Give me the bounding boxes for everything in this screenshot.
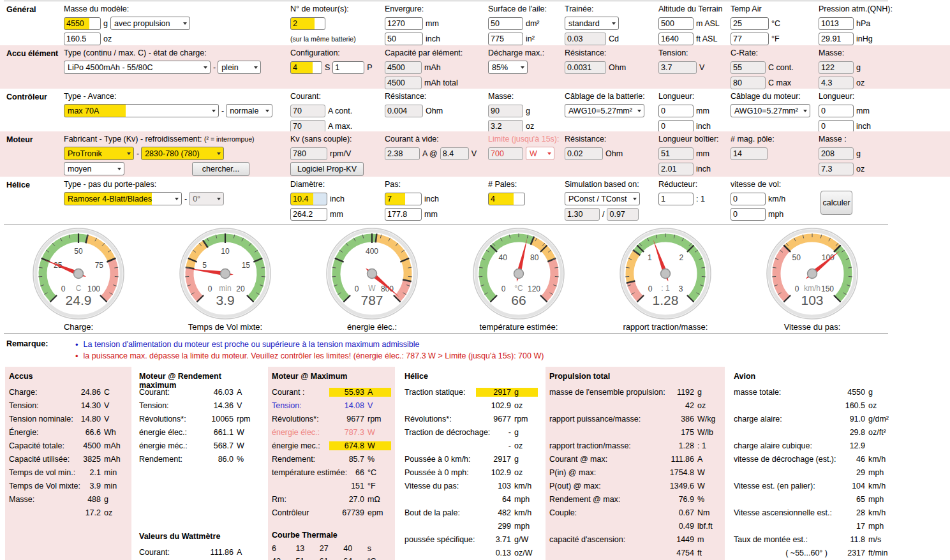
- result-label: Vitesse du pas:: [404, 482, 476, 490]
- gauge-dial: 4000800W787: [324, 226, 420, 321]
- result-unit: rpm: [234, 415, 260, 424]
- altitude-m-input[interactable]: [658, 17, 694, 30]
- diametre-mm-input[interactable]: [290, 208, 327, 221]
- field-label: Capacité par élément:: [385, 48, 463, 59]
- envergure-mm-input[interactable]: [385, 17, 423, 30]
- select-value: normale: [230, 107, 258, 115]
- vitesse-kmh-input[interactable]: [731, 193, 766, 205]
- trainee-select[interactable]: standard: [565, 17, 619, 30]
- svg-text:100: 100: [87, 284, 100, 293]
- cablage-moteur-select[interactable]: AWG10=5.27mm²: [731, 104, 810, 117]
- field-label: Temp Air: [731, 4, 783, 15]
- field-surface-aile: Surface de l'aile: dm² in²: [488, 4, 547, 45]
- moteur-type-select[interactable]: 2830-780 (780): [141, 147, 224, 160]
- result-label: Rendement:: [139, 455, 198, 464]
- diametre-inch-input[interactable]: [290, 193, 327, 205]
- accu-type-select[interactable]: LiPo 4500mAh - 55/80C: [64, 61, 211, 74]
- config-p-input[interactable]: [332, 61, 364, 74]
- chercher-button[interactable]: chercher...: [192, 162, 249, 176]
- result-unit: rpm: [511, 415, 538, 424]
- ctrl-resistance-input: [385, 105, 423, 117]
- fabricant-select[interactable]: ProTronik: [64, 147, 134, 160]
- results-title: Valeurs du Wattmètre: [139, 532, 260, 545]
- row-head-moteur: Moteur: [6, 135, 33, 144]
- longueur-bat-mm-input[interactable]: [658, 105, 694, 117]
- result-value: 3825: [66, 455, 101, 464]
- simulation-select[interactable]: PConst / TConst: [565, 192, 640, 205]
- dash-label: -: [213, 63, 216, 72]
- result-value: 111.86: [659, 455, 694, 464]
- surface-in2-input[interactable]: [488, 33, 523, 45]
- unit-label: C max: [768, 78, 791, 87]
- capacite-totale-input: [385, 77, 422, 89]
- pales-input[interactable]: [488, 193, 525, 205]
- field-longueur-moteur: Longueur: mm inch: [819, 92, 873, 133]
- separator: [4, 333, 888, 334]
- unit-label: inch: [696, 122, 711, 131]
- longueur-mot-mm-input[interactable]: [819, 105, 854, 117]
- separator: [4, 224, 888, 225]
- result-row: 0.13oz/W: [404, 546, 538, 559]
- field-label: vitesse de vol:: [731, 180, 788, 190]
- thermal-curve-cell: °C: [367, 557, 391, 560]
- ctrl-type-select[interactable]: max 70A: [64, 104, 219, 117]
- field-label: Type - Avance:: [64, 92, 275, 102]
- porte-pales-select[interactable]: 0°: [189, 192, 224, 205]
- temp-f-input[interactable]: [731, 33, 769, 45]
- field-label: Tension:: [658, 48, 707, 59]
- reducteur-input[interactable]: [658, 193, 694, 205]
- select-value: standard: [568, 19, 600, 28]
- longueur-mot-inch-input[interactable]: [819, 120, 854, 133]
- result-label: Bout de la pale:: [404, 508, 476, 517]
- config-s-input[interactable]: [290, 61, 322, 74]
- accu-state-select[interactable]: plein: [218, 61, 261, 74]
- vitesse-mph-input[interactable]: [731, 208, 766, 221]
- ctrl-avance-select[interactable]: normale: [226, 104, 272, 117]
- masse-oz-input[interactable]: [64, 33, 101, 45]
- propulsion-mode-select[interactable]: avec propulsion: [110, 17, 190, 30]
- result-value: 175: [659, 428, 694, 437]
- result-unit: km/h: [511, 482, 538, 490]
- surface-dm2-input[interactable]: [488, 17, 523, 30]
- select-value: AWG10=5.27mm²: [734, 107, 798, 115]
- field-vitesse-vol: vitesse de vol: km/h mph: [731, 180, 788, 221]
- svg-text:3.9: 3.9: [216, 293, 234, 307]
- logiciel-prop-kv-button[interactable]: Logiciel Prop-KV: [290, 162, 364, 176]
- result-unit: oz: [865, 401, 892, 410]
- decharge-select[interactable]: 85%: [488, 61, 528, 74]
- svg-text:400: 400: [366, 247, 378, 256]
- result-value: 102.9: [476, 401, 511, 410]
- pression-inhg-input[interactable]: [819, 33, 854, 45]
- altitude-ft-input[interactable]: [658, 33, 694, 45]
- pas-inch-input[interactable]: [385, 193, 422, 205]
- results-title: Propulsion total: [549, 372, 721, 385]
- envergure-inch-input[interactable]: [385, 33, 423, 45]
- result-value: 46: [830, 455, 865, 464]
- longueur-bat-inch-input[interactable]: [658, 120, 694, 133]
- field-label: Masse :: [819, 135, 867, 145]
- pas-mm-input[interactable]: [385, 208, 422, 221]
- result-unit: km/h: [865, 482, 892, 490]
- limite-unit-select[interactable]: W: [526, 147, 554, 160]
- gauge-dial: 1203: 11.28: [618, 226, 713, 321]
- result-unit: km/h: [865, 508, 892, 517]
- refroidissement-select[interactable]: moyen: [64, 162, 124, 175]
- result-row: Masse:488g: [9, 492, 128, 506]
- nb-moteurs-input[interactable]: [290, 17, 325, 30]
- field-accu-tension: Tension: V: [658, 48, 707, 74]
- masse-g-input[interactable]: [64, 17, 101, 30]
- temp-c-input[interactable]: [731, 17, 769, 30]
- result-row: Traction statique:2917g: [404, 385, 538, 399]
- calculer-button[interactable]: calculer: [820, 191, 852, 215]
- helice-type-select[interactable]: Ramoser 4-Blatt/Blades: [64, 192, 182, 205]
- result-row: 17.2oz: [9, 506, 128, 519]
- svg-text:3: 3: [679, 284, 683, 293]
- thermal-curve-cell: 42: [272, 557, 295, 560]
- thermal-curve-cell: s: [367, 544, 391, 557]
- same-battery-note: (sur la même batterie): [290, 32, 356, 45]
- svg-text:10: 10: [221, 247, 230, 256]
- chevron-down-icon: [204, 66, 207, 69]
- cablage-batterie-select[interactable]: AWG10=5.27mm²: [565, 104, 644, 117]
- pression-hpa-input[interactable]: [819, 17, 854, 30]
- thermal-curve-cell: 40: [343, 544, 367, 557]
